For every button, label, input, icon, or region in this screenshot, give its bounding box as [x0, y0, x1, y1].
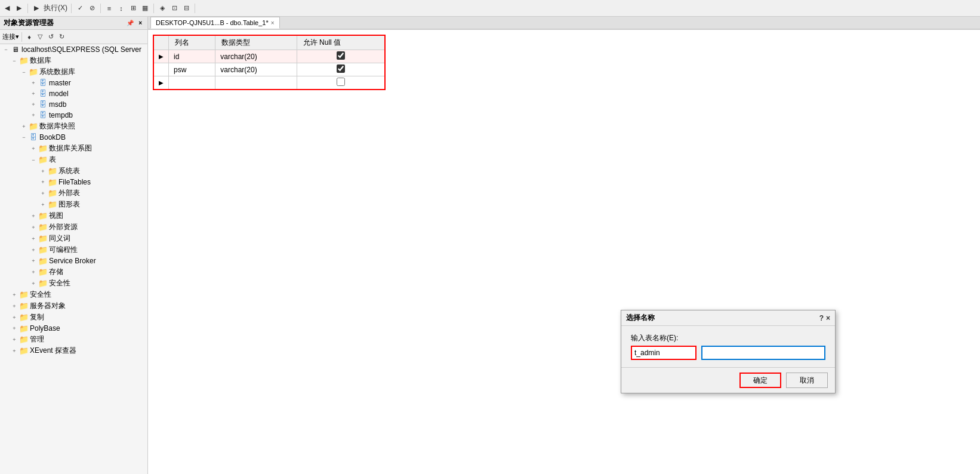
expand-server-objects[interactable]: + [10, 301, 19, 311]
tree-system-dbs[interactable]: − 📁 系统数据库 [0, 66, 147, 78]
tree-ext-resources[interactable]: + 📁 外部资源 [0, 221, 147, 233]
toolbar-icon-6[interactable]: ⊞ [128, 4, 138, 13]
tree-security[interactable]: + 📁 安全性 [0, 289, 147, 300]
cancel-button[interactable]: 取消 [786, 373, 828, 388]
tree-programmability[interactable]: + 📁 可编程性 [0, 244, 147, 256]
pin-icon[interactable]: 📌 [125, 19, 135, 27]
toolbar-icon-4[interactable]: ≡ [104, 4, 114, 13]
expand-storage[interactable]: + [29, 267, 38, 277]
expand-views[interactable]: + [29, 211, 38, 221]
toolbar-check[interactable]: ✓ [75, 4, 85, 13]
tree-tables[interactable]: − 📁 表 [0, 154, 147, 165]
nullable-checkbox-2[interactable] [337, 64, 345, 73]
dialog-name-input[interactable] [631, 346, 697, 360]
col-name-1[interactable]: id [169, 50, 215, 63]
filter2-icon[interactable]: ▽ [35, 32, 45, 42]
col-nullable-2[interactable] [297, 63, 385, 76]
dialog-close-icon[interactable]: × [826, 314, 830, 322]
refresh-icon[interactable]: ↺ [46, 32, 56, 42]
tree-storage[interactable]: + 📁 存储 [0, 266, 147, 278]
tree-filetables[interactable]: + 📁 FileTables [0, 177, 147, 187]
nullable-checkbox-1[interactable] [337, 51, 345, 60]
tree-databases[interactable]: − 📁 数据库 [0, 55, 147, 66]
nullable-checkbox-3[interactable] [337, 78, 345, 86]
dialog-main-input[interactable] [701, 346, 825, 360]
col-name-3[interactable] [169, 76, 215, 90]
toolbar-icon-5[interactable]: ↕ [116, 4, 126, 13]
tree-container[interactable]: − 🖥 localhost\SQLEXPRESS (SQL Server − 📁… [0, 44, 147, 474]
expand-ext-tables[interactable]: + [38, 189, 48, 198]
expand-graph-tables[interactable]: + [38, 200, 48, 210]
tree-model[interactable]: + 🗄 model [0, 88, 147, 99]
expand-security-db[interactable]: + [29, 279, 38, 288]
tree-server[interactable]: − 🖥 localhost\SQLEXPRESS (SQL Server [0, 44, 147, 55]
table-row[interactable]: ▶ id varchar(20) [153, 50, 385, 63]
col-type-2[interactable]: varchar(20) [215, 63, 297, 76]
col-type-3[interactable] [215, 76, 297, 90]
toolbar-icon-8[interactable]: ◈ [158, 4, 167, 13]
toolbar-btn-1[interactable]: ◀ [2, 4, 12, 13]
expand-programmability[interactable]: + [29, 245, 38, 255]
tree-service-broker[interactable]: + 📁 Service Broker [0, 256, 147, 266]
tree-views[interactable]: + 📁 视图 [0, 210, 147, 221]
execute-label[interactable]: 执行(X) [44, 4, 67, 13]
col-nullable-1[interactable] [297, 50, 385, 63]
connect-btn[interactable]: 连接▾ [2, 32, 19, 41]
tree-ext-tables[interactable]: + 📁 外部表 [0, 187, 147, 199]
expand-polybase[interactable]: + [10, 324, 19, 333]
expand-server[interactable]: − [1, 45, 11, 54]
expand-snapshots[interactable]: + [19, 122, 29, 131]
tab-table1[interactable]: DESKTOP-QJN5U1...B - dbo.Table_1* × [150, 17, 280, 29]
expand-bookdb[interactable]: − [19, 133, 29, 142]
close-panel-icon[interactable]: × [137, 19, 144, 27]
tree-synonyms[interactable]: + 📁 同义词 [0, 233, 147, 244]
confirm-button[interactable]: 确定 [739, 373, 781, 388]
expand-system-dbs[interactable]: − [19, 67, 29, 77]
expand-databases[interactable]: − [10, 56, 19, 66]
expand-sys-tables[interactable]: + [38, 167, 48, 176]
tab-close[interactable]: × [271, 20, 275, 26]
expand-synonyms[interactable]: + [29, 234, 38, 244]
expand-diagrams[interactable]: + [29, 144, 38, 153]
expand-service-broker[interactable]: + [29, 256, 38, 266]
tree-management[interactable]: + 📁 管理 [0, 334, 147, 345]
tree-diagrams[interactable]: + 📁 数据库关系图 [0, 143, 147, 154]
tree-security-db[interactable]: + 📁 安全性 [0, 278, 147, 289]
execute-icon[interactable]: ▶ [32, 4, 41, 13]
expand-tables[interactable]: − [29, 155, 38, 165]
tree-tempdb[interactable]: + 🗄 tempdb [0, 110, 147, 121]
toolbar-cancel[interactable]: ⊘ [87, 4, 97, 13]
tree-xevent[interactable]: + 📁 XEvent 探查器 [0, 345, 147, 356]
filter-icon[interactable]: ♦ [24, 32, 34, 42]
tree-sys-tables[interactable]: + 📁 系统表 [0, 165, 147, 177]
expand-security[interactable]: + [10, 290, 19, 300]
expand-tempdb[interactable]: + [29, 110, 38, 120]
expand-msdb[interactable]: + [29, 100, 38, 109]
toolbar-icon-7[interactable]: ▦ [140, 4, 150, 13]
refresh2-icon[interactable]: ↻ [57, 32, 66, 42]
tree-graph-tables[interactable]: + 📁 图形表 [0, 199, 147, 210]
toolbar-icon-9[interactable]: ⊡ [170, 4, 179, 13]
table-row[interactable]: psw varchar(20) [153, 63, 385, 76]
tree-server-objects[interactable]: + 📁 服务器对象 [0, 300, 147, 312]
tree-master[interactable]: + 🗄 master [0, 78, 147, 88]
tree-msdb[interactable]: + 🗄 msdb [0, 99, 147, 110]
expand-replication[interactable]: + [10, 313, 19, 322]
tree-replication[interactable]: + 📁 复制 [0, 312, 147, 323]
tree-bookdb[interactable]: − 🗄 BookDB [0, 132, 147, 143]
toolbar-btn-2[interactable]: ▶ [14, 4, 24, 13]
expand-filetables[interactable]: + [38, 177, 48, 187]
expand-master[interactable]: + [29, 78, 38, 88]
col-nullable-3[interactable] [297, 76, 385, 90]
toolbar-icon-10[interactable]: ⊟ [181, 4, 191, 13]
tree-polybase[interactable]: + 📁 PolyBase [0, 323, 147, 334]
expand-ext-resources[interactable]: + [29, 223, 38, 232]
col-name-2[interactable]: psw [169, 63, 215, 76]
dialog-help-icon[interactable]: ? [819, 314, 824, 322]
expand-management[interactable]: + [10, 335, 19, 344]
expand-model[interactable]: + [29, 89, 38, 99]
table-row-empty[interactable]: ▶ [153, 76, 385, 90]
col-type-1[interactable]: varchar(20) [215, 50, 297, 63]
tree-snapshots[interactable]: + 📁 数据库快照 [0, 121, 147, 132]
expand-xevent[interactable]: + [10, 346, 19, 356]
